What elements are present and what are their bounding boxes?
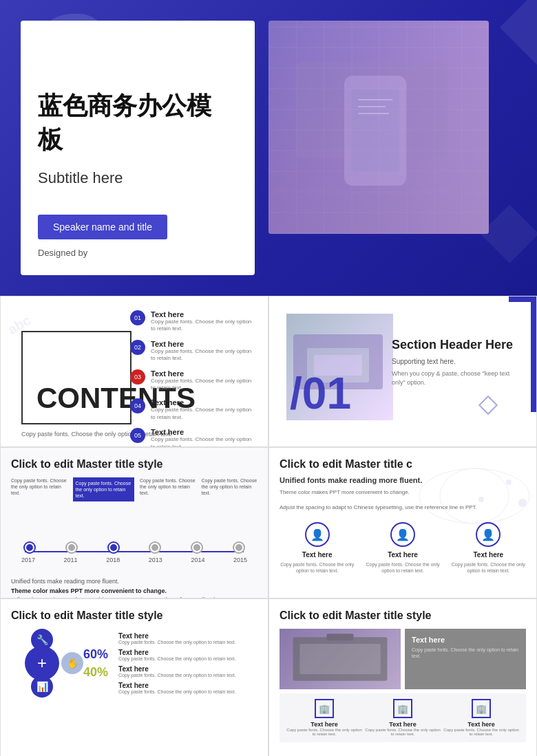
building-item-3: 🏢 Text here Copy paste fonts. Choose the… — [442, 699, 520, 736]
year-2: 2011 — [64, 557, 78, 563]
timeline-dots — [11, 543, 257, 552]
svg-point-11 — [506, 479, 512, 485]
plus-diagram: 🔧 + 📊 ✋ — [11, 632, 73, 694]
slide6-title: Click to edit Master title style — [11, 609, 257, 622]
list-item: 02 Text here Copy paste fonts. Choose th… — [130, 340, 257, 363]
box1: Copy paste fonts. Choose the only option… — [11, 477, 67, 501]
item-title: Text here — [151, 369, 257, 378]
section-detail: When you copy & paste, choose "keep text… — [392, 369, 516, 387]
slide7-title: Click to edit Master title style — [280, 609, 526, 622]
icon-item-1: 👤 Text here Copy paste fonts. Choose the… — [280, 522, 355, 574]
section-support: Supporting text here. — [392, 358, 516, 365]
timeline-labels: 2017 2011 2018 2013 2014 2015 — [11, 557, 257, 563]
slide7-icons-row: 🏢 Text here Copy paste fonts. Choose the… — [280, 693, 526, 742]
year-4: 2013 — [149, 557, 162, 563]
diamond-decoration — [478, 396, 498, 415]
slide7-photo — [280, 629, 401, 689]
building-icon-3: 🏢 — [472, 699, 491, 718]
building-item-1: 🏢 Text here Copy paste fonts. Choose the… — [285, 699, 364, 736]
slide-5-stats: Click to edit Master title c Unified fon… — [268, 447, 537, 598]
list-item: 04 Text here Copy paste fonts. Choose th… — [130, 398, 257, 421]
pct1: 60% — [83, 647, 108, 662]
dot-3 — [109, 543, 118, 552]
timeline: 2017 2011 2018 2013 2014 2015 — [11, 543, 257, 563]
person-icon: 👤 — [305, 522, 330, 547]
hero-image — [268, 21, 489, 234]
box3: Copy paste fonts. Choose the only option… — [140, 477, 196, 501]
slide-7-grid: Click to edit Master title style Text he… — [268, 598, 537, 756]
slide-2-contents: abc CONTENTS Copy paste fonts. Choose th… — [0, 296, 268, 447]
year-6: 2015 — [233, 557, 247, 563]
svg-point-10 — [440, 468, 509, 523]
item-num: 04 — [130, 398, 145, 413]
dot-2 — [67, 543, 76, 552]
slide4-bottom: Unified fonts make reading more fluent. … — [11, 577, 257, 598]
slide1-subtitle: Subtitle here — [38, 169, 234, 187]
percentages: 60% 40% — [83, 647, 108, 680]
dot-1 — [25, 543, 34, 552]
icon-label-3: Text here — [451, 551, 526, 559]
building-item-2: 🏢 Text here Copy paste fonts. Choose the… — [364, 699, 442, 736]
contents-list: 01 Text here Copy paste fonts. Choose th… — [130, 310, 257, 447]
slide-4-timeline: Click to edit Master title style Copy pa… — [0, 447, 268, 598]
dot-6 — [234, 543, 244, 552]
svg-point-13 — [518, 499, 527, 507]
text-item-2: Text here Copy paste fonts. Choose the o… — [118, 649, 257, 661]
svg-point-12 — [478, 497, 484, 502]
svg-point-9 — [419, 468, 529, 523]
item-desc: Copy paste fonts. Choose the only option… — [151, 378, 257, 392]
item-num: 03 — [130, 369, 145, 385]
designed-by: Designed by — [38, 248, 234, 258]
svg-rect-16 — [326, 634, 353, 640]
year-5: 2014 — [191, 557, 204, 563]
item-num: 05 — [130, 428, 145, 443]
speaker-button[interactable]: Speaker name and title — [38, 215, 167, 239]
icon-desc-1: Copy paste fonts. Choose the only option… — [280, 561, 355, 574]
text-item-4: Text here Copy paste fonts. Choose the o… — [118, 682, 257, 694]
hand-icon: ✋ — [61, 652, 83, 674]
item-desc: Copy paste fonts. Choose the only option… — [151, 436, 257, 447]
person-icon-2: 👤 — [390, 522, 415, 547]
item-desc: Copy paste fonts. Choose the only option… — [151, 407, 257, 421]
slide7-content-grid: Text here Copy paste fonts. Choose the o… — [280, 629, 526, 742]
year-3: 2018 — [106, 557, 120, 563]
slide-6-charts: Click to edit Master title style 🔧 + 📊 ✋… — [0, 598, 268, 756]
list-item: 05 Text here Copy paste fonts. Choose th… — [130, 428, 257, 447]
slide-3-section: /01 Section Header Here Supporting text … — [268, 296, 537, 447]
slide1-title: 蓝色商务办公模板 — [38, 89, 234, 157]
item-num: 02 — [130, 340, 145, 355]
icon-desc-3: Copy paste fonts. Choose the only option… — [451, 561, 526, 574]
dot-4 — [150, 543, 160, 552]
contents-label: CONTENTS — [36, 384, 123, 413]
text-item-3: Text here Copy paste fonts. Choose the o… — [118, 665, 257, 678]
icon-label-2: Text here — [365, 551, 440, 559]
timeline-text-boxes: Copy paste fonts. Choose the only option… — [11, 477, 257, 501]
slide7-dark-cell: Text here Copy paste fonts. Choose the o… — [405, 629, 526, 689]
slide-1: 蓝色商务办公模板 Subtitle here Speaker name and … — [0, 0, 537, 296]
section-number: /01 — [290, 368, 351, 419]
slide4-title: Click to edit Master title style — [11, 458, 257, 471]
item-desc: Copy paste fonts. Choose the only option… — [151, 348, 257, 363]
svg-rect-15 — [299, 644, 380, 674]
item-title: Text here — [151, 398, 257, 407]
map-background — [412, 462, 536, 530]
icon-label-1: Text here — [280, 551, 355, 559]
item-num: 01 — [130, 310, 145, 325]
chart-icon: 📊 — [31, 676, 53, 698]
list-item: 03 Text here Copy paste fonts. Choose th… — [130, 369, 257, 392]
dot-5 — [192, 543, 202, 552]
section-header: Section Header Here — [392, 338, 516, 352]
box4: Copy paste fonts. Choose the only option… — [202, 477, 258, 501]
svg-rect-2 — [351, 89, 399, 172]
item-title: Text here — [151, 340, 257, 348]
building-icon-1: 🏢 — [315, 699, 334, 718]
box2-highlight: Copy paste fonts. Choose the only option… — [73, 477, 135, 501]
item-desc: Copy paste fonts. Choose the only option… — [151, 318, 257, 333]
item-title: Text here — [151, 310, 257, 318]
icon-desc-2: Copy paste fonts. Choose the only option… — [365, 561, 440, 574]
building-icon-2: 🏢 — [393, 699, 412, 718]
item-title: Text here — [151, 428, 257, 436]
text-item-1: Text here Copy paste fonts. Choose the o… — [118, 632, 257, 645]
pct2: 40% — [83, 665, 108, 680]
chart-content: 🔧 + 📊 ✋ 60% 40% Text here Copy paste fon… — [11, 632, 257, 694]
